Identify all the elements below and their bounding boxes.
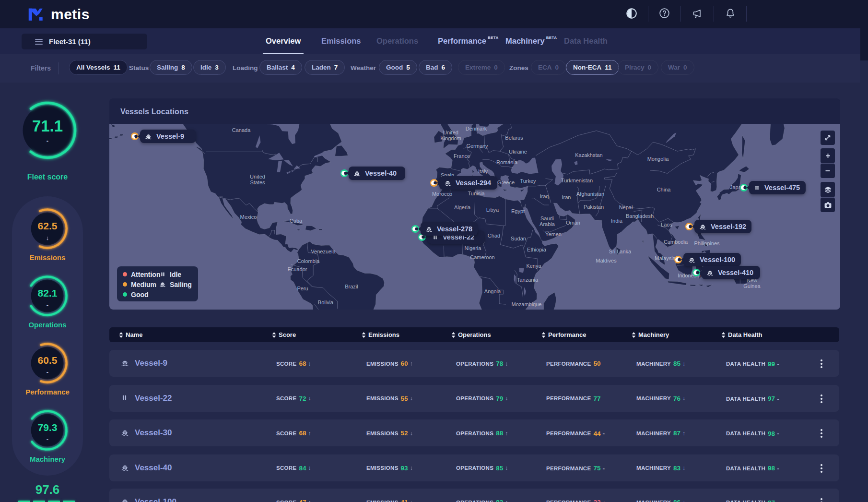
svg-text:Algeria: Algeria (454, 204, 471, 210)
svg-text:Oman: Oman (566, 220, 580, 226)
svg-text:Bangladesh: Bangladesh (626, 213, 654, 219)
svg-text:Tunisia: Tunisia (468, 191, 485, 196)
svg-text:Yemen: Yemen (545, 231, 562, 237)
svg-text:France: France (454, 153, 470, 159)
svg-text:United: United (250, 174, 265, 179)
svg-text:United: United (443, 130, 458, 135)
svg-text:Canada: Canada (232, 127, 251, 133)
svg-text:Romania: Romania (496, 159, 518, 165)
svg-text:China: China (657, 187, 671, 192)
svg-text:Arabia: Arabia (540, 221, 555, 227)
svg-text:Egypt: Egypt (511, 208, 525, 214)
svg-text:Peru: Peru (297, 286, 308, 291)
svg-text:Pakistan: Pakistan (584, 204, 604, 210)
svg-text:Maldives: Maldives (596, 258, 617, 263)
svg-text:Turkmenistan: Turkmenistan (561, 178, 593, 183)
svg-text:Saudi: Saudi (540, 215, 554, 221)
svg-text:Philippines: Philippines (694, 240, 720, 246)
svg-text:Tanzania: Tanzania (517, 277, 539, 283)
svg-text:Colombia: Colombia (297, 258, 320, 264)
svg-text:Kingdom: Kingdom (440, 135, 461, 141)
svg-text:Ukraine: Ukraine (509, 149, 527, 155)
svg-text:States: States (250, 179, 265, 185)
svg-text:Cuba: Cuba (290, 218, 303, 224)
svg-text:Afghanistan: Afghanistan (576, 191, 604, 197)
svg-text:Malaysia: Malaysia (655, 255, 676, 261)
svg-text:Turkey: Turkey (520, 178, 536, 184)
svg-text:Cameroon: Cameroon (470, 254, 494, 260)
svg-text:Bolivia: Bolivia (318, 299, 334, 305)
svg-text:Iraq: Iraq (540, 193, 549, 199)
svg-text:Angola: Angola (484, 288, 501, 294)
svg-text:Cambodia: Cambodia (664, 239, 688, 245)
svg-text:Mozambique: Mozambique (512, 301, 542, 307)
svg-text:Laos: Laos (661, 222, 672, 227)
svg-text:Ecuador: Ecuador (288, 266, 307, 272)
svg-text:Sudan: Sudan (511, 236, 526, 241)
svg-text:Venezuela: Venezuela (311, 249, 336, 254)
svg-text:Guinea: Guinea (743, 283, 761, 289)
svg-text:Nigeria: Nigeria (465, 245, 482, 251)
svg-text:Kazakhstan: Kazakhstan (575, 152, 602, 158)
svg-text:Germany: Germany (466, 143, 488, 149)
svg-text:Ethiopia: Ethiopia (527, 247, 547, 252)
svg-text:Libya: Libya (486, 207, 499, 213)
svg-text:Greece: Greece (497, 179, 515, 185)
svg-text:Chad: Chad (488, 233, 500, 239)
svg-text:Brazil: Brazil (345, 284, 358, 289)
svg-text:Mongolia: Mongolia (647, 156, 669, 162)
svg-text:Morocco: Morocco (432, 191, 452, 197)
svg-text:India: India (611, 218, 623, 224)
svg-text:Denmark: Denmark (466, 126, 487, 131)
svg-text:Nepal: Nepal (619, 204, 633, 210)
svg-text:Belarus: Belarus (505, 135, 523, 141)
svg-text:Sri Lanka: Sri Lanka (609, 249, 632, 254)
svg-text:Mexico: Mexico (240, 214, 257, 220)
svg-text:Kenya: Kenya (526, 263, 541, 269)
svg-text:Iran: Iran (562, 194, 571, 200)
svg-text:Italy: Italy (478, 168, 488, 174)
